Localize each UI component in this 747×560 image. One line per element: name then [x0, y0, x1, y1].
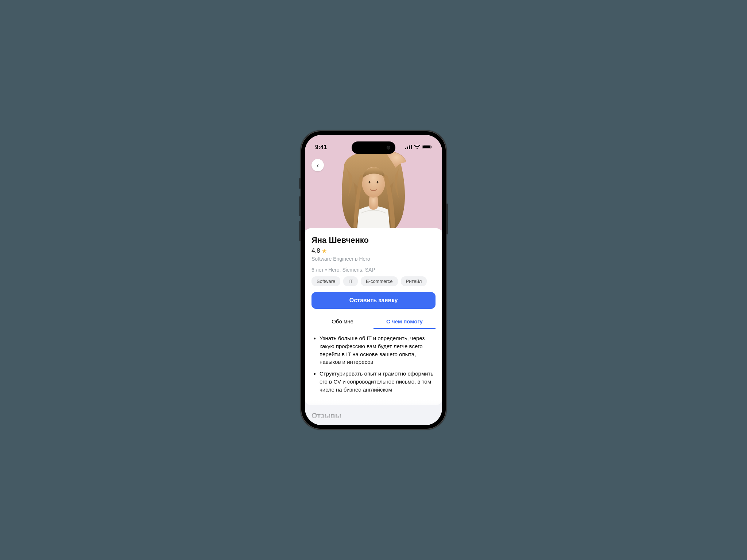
profile-card: Яна Шевченко 4,8 ★ Software Engineer в H…: [305, 228, 442, 405]
list-item: Структурировать опыт и грамотно оформить…: [320, 370, 436, 393]
svg-rect-6: [431, 146, 432, 148]
phone-screen: 9:41 ‹: [305, 135, 442, 425]
profile-rating: 4,8 ★: [311, 247, 436, 254]
help-bullet-list: Узнать больше об IT и определить, через …: [311, 334, 436, 393]
tabs: Обо мне С чем помогу: [311, 315, 436, 329]
review-card[interactable]: Антонина Вострикова 5,0 ★ Январь 2024 Мы…: [311, 424, 408, 425]
rating-value: 4,8: [311, 247, 320, 254]
battery-icon: [422, 144, 432, 151]
phone-side-button: [299, 221, 301, 241]
submit-request-button[interactable]: Оставить заявку: [311, 292, 436, 309]
svg-point-9: [369, 181, 371, 183]
phone-side-button: [446, 203, 448, 234]
profile-meta: 6 лет • Hero, Siemens, SAP: [311, 267, 436, 273]
tag[interactable]: IT: [343, 276, 358, 286]
tag[interactable]: E-commerce: [361, 276, 398, 286]
tag[interactable]: Ритейл: [401, 276, 427, 286]
review-card[interactable]: Елена 3,0 ★ Д Яна суп трудно врем: [413, 424, 442, 425]
reviews-heading: Отзывы: [305, 405, 442, 424]
svg-rect-3: [411, 145, 412, 149]
svg-rect-0: [405, 148, 406, 149]
chevron-left-icon: ‹: [317, 162, 319, 168]
back-button[interactable]: ‹: [311, 159, 324, 171]
list-item: Узнать больше об IT и определить, через …: [320, 334, 436, 366]
phone-side-button: [299, 178, 301, 189]
phone-side-button: [299, 196, 301, 216]
cellular-icon: [405, 144, 412, 151]
profile-name: Яна Шевченко: [311, 236, 436, 245]
reviews-carousel[interactable]: Антонина Вострикова 5,0 ★ Январь 2024 Мы…: [305, 424, 442, 425]
profile-subtitle: Software Engineer в Hero: [311, 256, 436, 262]
profile-photo: [332, 142, 415, 230]
svg-rect-1: [407, 147, 408, 149]
svg-rect-5: [423, 145, 430, 148]
tab-about[interactable]: Обо мне: [311, 315, 374, 329]
phone-frame: 9:41 ‹: [301, 131, 446, 429]
wifi-icon: [414, 144, 420, 151]
status-time: 9:41: [315, 144, 327, 151]
tab-help[interactable]: С чем помогу: [374, 315, 436, 329]
star-icon: ★: [322, 248, 327, 254]
svg-point-10: [377, 181, 379, 183]
svg-rect-2: [409, 145, 410, 149]
tag-list: Software IT E-commerce Ритейл: [311, 276, 436, 286]
tag[interactable]: Software: [311, 276, 340, 286]
dynamic-island: [352, 141, 395, 154]
